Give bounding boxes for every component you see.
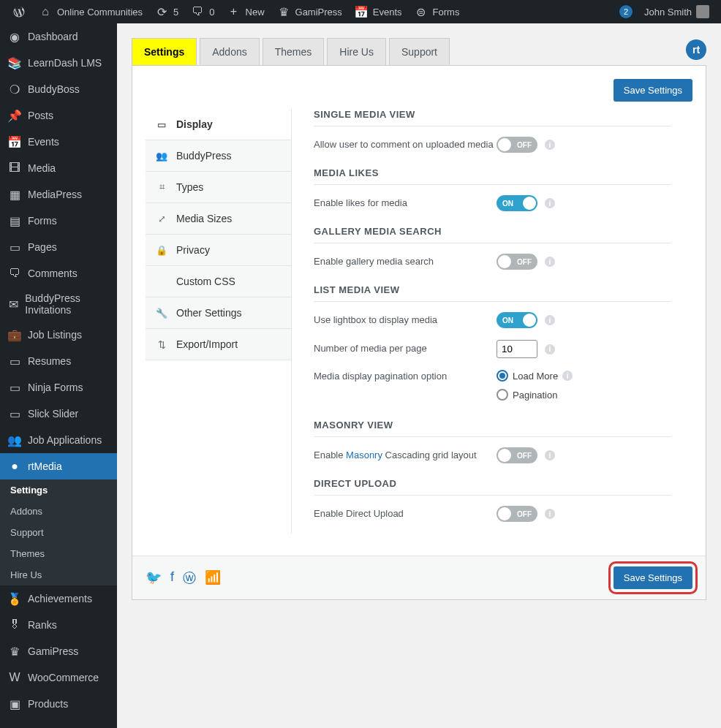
menu-icon: 🗨 [7, 266, 22, 281]
tab-support[interactable]: Support [389, 38, 450, 65]
menu-icon: 👥 [7, 433, 22, 447]
sidebar-item-jobapps[interactable]: 👥Job Applications [0, 427, 117, 453]
sidebar-item-comments[interactable]: 🗨Comments [0, 260, 117, 287]
sidebar-sub-settings[interactable]: Settings [0, 479, 117, 501]
social-links: 🐦 f ⓦ 📶 [146, 569, 221, 587]
sidebar-item-forms[interactable]: ▤Forms [0, 208, 117, 234]
tab-hire-us[interactable]: Hire Us [327, 38, 386, 65]
sidebar-sub-hire-us[interactable]: Hire Us [0, 564, 117, 585]
radio-load-more[interactable]: Load More i [497, 370, 573, 382]
vtab-types[interactable]: ⌗Types [146, 172, 291, 203]
tab-addons[interactable]: Addons [200, 38, 259, 65]
menu-icon: W [7, 670, 22, 685]
masonry-link[interactable]: Masonry [346, 450, 382, 460]
vtab-display[interactable]: ▭Display [146, 109, 291, 140]
menu-icon: ♛ [7, 644, 22, 659]
main-content: SettingsAddonsThemesHire UsSupportrt Sav… [117, 23, 721, 728]
updates-link[interactable]: ⟳5 [148, 0, 184, 23]
vtab-other-settings[interactable]: 🔧Other Settings [146, 297, 291, 329]
sidebar-item-mediapress[interactable]: ▦MediaPress [0, 181, 117, 208]
sidebar-item-media[interactable]: 🎞Media [0, 155, 117, 181]
sidebar-sub-support[interactable]: Support [0, 522, 117, 543]
sidebar-item-ach[interactable]: 🏅Achievements [0, 585, 117, 612]
help-icon[interactable]: i [545, 509, 555, 519]
help-icon[interactable]: i [545, 450, 555, 460]
sidebar-sub-addons[interactable]: Addons [0, 501, 117, 522]
menu-icon: ▤ [7, 213, 22, 228]
save-settings-button-bottom[interactable]: Save Settings [614, 566, 692, 589]
events-link[interactable]: 📅Events [348, 0, 408, 23]
toggle-lightbox[interactable]: ON [497, 312, 537, 328]
section-gallery-search: GALLERY MEDIA SEARCH [314, 226, 671, 243]
tab-settings[interactable]: Settings [132, 38, 197, 65]
vtab-privacy[interactable]: 🔒Privacy [146, 235, 291, 266]
input-media-per-page[interactable] [497, 340, 537, 358]
radio-pagination[interactable]: Pagination [497, 389, 557, 401]
help-icon[interactable]: i [545, 315, 555, 325]
admin-sidebar: ◉Dashboard📚LearnDash LMS❍BuddyBoss📌Posts… [0, 23, 117, 728]
vtab-custom-css[interactable]: Custom CSS [146, 266, 291, 297]
panel-footer: 🐦 f ⓦ 📶 Save Settings [132, 556, 706, 599]
menu-icon: ▦ [7, 187, 22, 202]
label-media-per-page: Number of media per page [314, 342, 497, 355]
sidebar-item-slick[interactable]: ▭Slick Slider [0, 401, 117, 427]
sidebar-item-prod[interactable]: ▣Products [0, 691, 117, 717]
sidebar-item-gami[interactable]: ♛GamiPress [0, 638, 117, 664]
menu-icon: ▭ [7, 240, 22, 254]
help-icon[interactable]: i [545, 198, 555, 208]
sidebar-item-dashboard[interactable]: ◉Dashboard [0, 23, 117, 50]
sidebar-item-rtmedia[interactable]: ●rtMedia [0, 453, 117, 479]
sidebar-item-posts[interactable]: 📌Posts [0, 102, 117, 129]
label-gallery-search: Enable gallery media search [314, 255, 497, 268]
tab-themes[interactable]: Themes [263, 38, 325, 65]
sidebar-item-buddyboss[interactable]: ❍BuddyBoss [0, 76, 117, 102]
sidebar-item-ranks[interactable]: 🎖Ranks [0, 612, 117, 638]
home-icon: ⌂ [38, 4, 53, 19]
menu-icon: ▣ [7, 697, 22, 711]
vtab-icon [154, 274, 169, 289]
menu-icon: 🏅 [7, 591, 22, 606]
sidebar-item-learndash[interactable]: 📚LearnDash LMS [0, 50, 117, 76]
twitter-icon[interactable]: 🐦 [146, 569, 162, 587]
wordpress-icon[interactable]: ⓦ [183, 569, 196, 587]
sidebar-item-events[interactable]: 📅Events [0, 129, 117, 155]
sidebar-item-ninja[interactable]: ▭Ninja Forms [0, 374, 117, 401]
vtab-buddypress[interactable]: 👥BuddyPress [146, 140, 291, 172]
help-icon[interactable]: i [562, 371, 573, 381]
user-menu[interactable]: John Smith [638, 0, 715, 23]
vtab-export/import[interactable]: ⇅Export/Import [146, 329, 291, 360]
sidebar-item-pages[interactable]: ▭Pages [0, 234, 117, 260]
sidebar-item-woo[interactable]: WWooCommerce [0, 664, 117, 691]
toggle-gallery-search[interactable]: OFF [497, 254, 537, 270]
sidebar-sub-themes[interactable]: Themes [0, 543, 117, 564]
help-icon[interactable]: i [545, 140, 555, 150]
toggle-direct-upload[interactable]: OFF [497, 506, 537, 522]
section-single-media: SINGLE MEDIA VIEW [314, 109, 671, 126]
help-icon[interactable]: i [545, 257, 555, 267]
new-link[interactable]: +New [221, 0, 271, 23]
facebook-icon[interactable]: f [170, 569, 174, 587]
sidebar-item-jobs[interactable]: 💼Job Listings [0, 322, 117, 348]
toggle-allow-comment[interactable]: OFF [497, 137, 537, 153]
sidebar-item-bpinv[interactable]: ✉BuddyPress Invitations [0, 287, 117, 322]
notif-badge: 2 [619, 5, 633, 18]
site-link[interactable]: ⌂Online Communities [32, 0, 148, 23]
toggle-enable-likes[interactable]: ON [497, 195, 537, 211]
sidebar-item-resumes[interactable]: ▭Resumes [0, 348, 117, 374]
help-icon[interactable]: i [545, 344, 555, 354]
rss-icon[interactable]: 📶 [205, 569, 221, 587]
comments-link[interactable]: 🗨0 [184, 0, 220, 23]
gamipress-link[interactable]: ♛GamiPress [271, 0, 348, 23]
section-masonry: MASONRY VIEW [314, 420, 671, 437]
menu-icon: 📅 [7, 134, 22, 149]
toggle-masonry[interactable]: OFF [497, 447, 537, 463]
wordpress-icon [12, 4, 26, 19]
settings-panel: Save Settings ▭Display👥BuddyPress⌗Types⤢… [132, 65, 706, 600]
vtab-media-sizes[interactable]: ⤢Media Sizes [146, 203, 291, 235]
menu-icon: ▭ [7, 354, 22, 368]
wp-logo[interactable] [6, 0, 32, 23]
notifications[interactable]: 2 [614, 0, 638, 23]
vtab-icon: ⌗ [154, 180, 169, 194]
forms-link[interactable]: ⊜Forms [408, 0, 466, 23]
save-settings-button-top[interactable]: Save Settings [614, 79, 692, 102]
